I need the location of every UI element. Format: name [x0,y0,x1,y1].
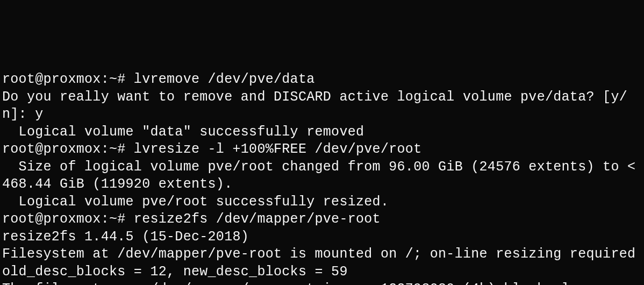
terminal-line: Filesystem at /dev/mapper/pve-root is mo… [2,246,642,263]
shell-command: resize2fs /dev/mapper/pve-root [134,211,381,227]
terminal-line: root@proxmox:~# lvresize -l +100%FREE /d… [2,141,642,159]
terminal-line: root@proxmox:~# resize2fs /dev/mapper/pv… [2,211,642,229]
shell-prompt: root@proxmox:~# [2,72,134,87]
shell-command: lvremove /dev/pve/data [134,72,315,87]
shell-prompt: root@proxmox:~# [2,141,134,157]
terminal-line: Size of logical volume pve/root changed … [2,159,642,194]
terminal-line: Logical volume pve/root successfully res… [2,194,642,211]
terminal-line: The filesystem on /dev/mapper/pve-root i… [2,281,642,285]
shell-prompt: root@proxmox:~# [2,211,134,227]
terminal-line: root@proxmox:~# lvremove /dev/pve/data [2,71,642,89]
terminal-line: old_desc_blocks = 12, new_desc_blocks = … [2,263,642,281]
shell-command: lvresize -l +100%FREE /dev/pve/root [134,141,422,157]
terminal-line: Logical volume "data" successfully remov… [2,124,642,141]
terminal-line: resize2fs 1.44.5 (15-Dec-2018) [2,229,642,246]
terminal-line: Do you really want to remove and DISCARD… [2,89,642,124]
terminal-output[interactable]: root@proxmox:~# lvremove /dev/pve/dataDo… [2,71,642,285]
